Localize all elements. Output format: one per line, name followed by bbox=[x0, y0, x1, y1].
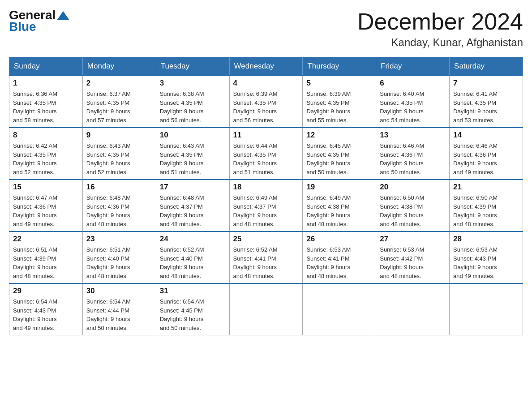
calendar-cell: 21Sunrise: 6:50 AMSunset: 4:39 PMDayligh… bbox=[450, 180, 523, 231]
day-info: Sunrise: 6:50 AMSunset: 4:38 PMDaylight:… bbox=[380, 193, 446, 228]
day-info: Sunrise: 6:53 AMSunset: 4:42 PMDaylight:… bbox=[380, 245, 446, 280]
day-number: 1 bbox=[13, 79, 79, 88]
day-number: 10 bbox=[160, 131, 226, 140]
calendar-cell: 2Sunrise: 6:37 AMSunset: 4:35 PMDaylight… bbox=[82, 76, 156, 128]
week-row-1: 1Sunrise: 6:36 AMSunset: 4:35 PMDaylight… bbox=[9, 76, 523, 128]
day-number: 23 bbox=[86, 235, 152, 244]
calendar-cell: 7Sunrise: 6:41 AMSunset: 4:35 PMDaylight… bbox=[450, 76, 523, 128]
day-number: 22 bbox=[13, 235, 79, 244]
day-info: Sunrise: 6:42 AMSunset: 4:35 PMDaylight:… bbox=[13, 141, 79, 176]
logo-blue-text: Blue bbox=[9, 21, 36, 33]
week-row-2: 8Sunrise: 6:42 AMSunset: 4:35 PMDaylight… bbox=[9, 128, 523, 180]
calendar-cell: 27Sunrise: 6:53 AMSunset: 4:42 PMDayligh… bbox=[376, 231, 450, 283]
day-number: 13 bbox=[380, 131, 446, 140]
calendar-cell: 10Sunrise: 6:43 AMSunset: 4:35 PMDayligh… bbox=[156, 128, 229, 180]
day-info: Sunrise: 6:41 AMSunset: 4:35 PMDaylight:… bbox=[453, 90, 519, 124]
calendar-cell bbox=[376, 283, 450, 335]
weekday-header-wednesday: Wednesday bbox=[229, 57, 303, 76]
calendar-cell bbox=[229, 283, 303, 335]
day-number: 3 bbox=[160, 79, 226, 88]
day-info: Sunrise: 6:40 AMSunset: 4:35 PMDaylight:… bbox=[380, 90, 446, 124]
day-number: 11 bbox=[233, 131, 299, 140]
day-number: 14 bbox=[453, 131, 519, 140]
day-number: 17 bbox=[160, 183, 226, 192]
day-number: 27 bbox=[380, 235, 446, 244]
day-number: 15 bbox=[13, 183, 79, 192]
calendar-cell: 31Sunrise: 6:54 AMSunset: 4:45 PMDayligh… bbox=[156, 283, 229, 335]
weekday-header-monday: Monday bbox=[82, 57, 156, 76]
day-info: Sunrise: 6:52 AMSunset: 4:41 PMDaylight:… bbox=[233, 245, 299, 280]
calendar-cell: 15Sunrise: 6:47 AMSunset: 4:36 PMDayligh… bbox=[9, 180, 83, 231]
calendar-cell bbox=[303, 283, 376, 335]
day-info: Sunrise: 6:39 AMSunset: 4:35 PMDaylight:… bbox=[306, 90, 372, 124]
page-header: General Blue December 2024 Kanday, Kunar… bbox=[9, 9, 523, 49]
calendar-cell: 17Sunrise: 6:48 AMSunset: 4:37 PMDayligh… bbox=[156, 180, 229, 231]
day-number: 2 bbox=[86, 79, 152, 88]
calendar-cell: 4Sunrise: 6:39 AMSunset: 4:35 PMDaylight… bbox=[229, 76, 303, 128]
day-info: Sunrise: 6:44 AMSunset: 4:35 PMDaylight:… bbox=[233, 141, 299, 176]
day-info: Sunrise: 6:48 AMSunset: 4:36 PMDaylight:… bbox=[86, 193, 152, 228]
day-number: 21 bbox=[453, 183, 519, 192]
day-info: Sunrise: 6:46 AMSunset: 4:36 PMDaylight:… bbox=[380, 141, 446, 176]
location-title: Kanday, Kunar, Afghanistan bbox=[357, 36, 523, 49]
calendar-cell: 23Sunrise: 6:51 AMSunset: 4:40 PMDayligh… bbox=[82, 231, 156, 283]
calendar-cell: 9Sunrise: 6:43 AMSunset: 4:35 PMDaylight… bbox=[82, 128, 156, 180]
calendar-cell: 6Sunrise: 6:40 AMSunset: 4:35 PMDaylight… bbox=[376, 76, 450, 128]
calendar-cell: 12Sunrise: 6:45 AMSunset: 4:35 PMDayligh… bbox=[303, 128, 376, 180]
calendar-cell: 30Sunrise: 6:54 AMSunset: 4:44 PMDayligh… bbox=[82, 283, 156, 335]
day-info: Sunrise: 6:47 AMSunset: 4:36 PMDaylight:… bbox=[13, 193, 79, 228]
day-info: Sunrise: 6:54 AMSunset: 4:45 PMDaylight:… bbox=[160, 297, 226, 332]
day-info: Sunrise: 6:45 AMSunset: 4:35 PMDaylight:… bbox=[306, 141, 372, 176]
day-info: Sunrise: 6:53 AMSunset: 4:41 PMDaylight:… bbox=[306, 245, 372, 280]
weekday-header-sunday: Sunday bbox=[9, 57, 83, 76]
day-number: 30 bbox=[86, 287, 152, 295]
day-info: Sunrise: 6:54 AMSunset: 4:43 PMDaylight:… bbox=[13, 297, 79, 332]
day-number: 28 bbox=[453, 235, 519, 244]
calendar-cell: 20Sunrise: 6:50 AMSunset: 4:38 PMDayligh… bbox=[376, 180, 450, 231]
day-info: Sunrise: 6:48 AMSunset: 4:37 PMDaylight:… bbox=[160, 193, 226, 228]
calendar-cell: 26Sunrise: 6:53 AMSunset: 4:41 PMDayligh… bbox=[303, 231, 376, 283]
calendar-cell: 16Sunrise: 6:48 AMSunset: 4:36 PMDayligh… bbox=[82, 180, 156, 231]
day-number: 5 bbox=[306, 79, 372, 88]
day-info: Sunrise: 6:43 AMSunset: 4:35 PMDaylight:… bbox=[86, 141, 152, 176]
day-number: 16 bbox=[86, 183, 152, 192]
day-number: 7 bbox=[453, 79, 519, 88]
weekday-header-tuesday: Tuesday bbox=[156, 57, 229, 76]
calendar-cell: 24Sunrise: 6:52 AMSunset: 4:40 PMDayligh… bbox=[156, 231, 229, 283]
title-section: December 2024 Kanday, Kunar, Afghanistan bbox=[357, 9, 523, 49]
day-info: Sunrise: 6:46 AMSunset: 4:36 PMDaylight:… bbox=[453, 141, 519, 176]
day-number: 20 bbox=[380, 183, 446, 192]
calendar-cell: 5Sunrise: 6:39 AMSunset: 4:35 PMDaylight… bbox=[303, 76, 376, 128]
day-info: Sunrise: 6:49 AMSunset: 4:38 PMDaylight:… bbox=[306, 193, 372, 228]
calendar-cell: 29Sunrise: 6:54 AMSunset: 4:43 PMDayligh… bbox=[9, 283, 83, 335]
day-info: Sunrise: 6:54 AMSunset: 4:44 PMDaylight:… bbox=[86, 297, 152, 332]
calendar-cell: 25Sunrise: 6:52 AMSunset: 4:41 PMDayligh… bbox=[229, 231, 303, 283]
calendar-cell: 19Sunrise: 6:49 AMSunset: 4:38 PMDayligh… bbox=[303, 180, 376, 231]
calendar-cell: 28Sunrise: 6:53 AMSunset: 4:43 PMDayligh… bbox=[450, 231, 523, 283]
day-info: Sunrise: 6:51 AMSunset: 4:39 PMDaylight:… bbox=[13, 245, 79, 280]
calendar-cell bbox=[450, 283, 523, 335]
calendar-cell: 22Sunrise: 6:51 AMSunset: 4:39 PMDayligh… bbox=[9, 231, 83, 283]
day-number: 31 bbox=[160, 287, 226, 295]
day-number: 29 bbox=[13, 287, 79, 295]
day-info: Sunrise: 6:53 AMSunset: 4:43 PMDaylight:… bbox=[453, 245, 519, 280]
calendar-table: SundayMondayTuesdayWednesdayThursdayFrid… bbox=[9, 57, 523, 335]
weekday-header-thursday: Thursday bbox=[303, 57, 376, 76]
calendar-cell: 13Sunrise: 6:46 AMSunset: 4:36 PMDayligh… bbox=[376, 128, 450, 180]
weekday-header-saturday: Saturday bbox=[450, 57, 523, 76]
day-info: Sunrise: 6:36 AMSunset: 4:35 PMDaylight:… bbox=[13, 90, 79, 124]
day-number: 6 bbox=[380, 79, 446, 88]
week-row-4: 22Sunrise: 6:51 AMSunset: 4:39 PMDayligh… bbox=[9, 231, 523, 283]
day-number: 9 bbox=[86, 131, 152, 140]
day-info: Sunrise: 6:38 AMSunset: 4:35 PMDaylight:… bbox=[160, 90, 226, 124]
calendar-cell: 3Sunrise: 6:38 AMSunset: 4:35 PMDaylight… bbox=[156, 76, 229, 128]
day-number: 4 bbox=[233, 79, 299, 88]
calendar-cell: 1Sunrise: 6:36 AMSunset: 4:35 PMDaylight… bbox=[9, 76, 83, 128]
day-info: Sunrise: 6:43 AMSunset: 4:35 PMDaylight:… bbox=[160, 141, 226, 176]
day-number: 24 bbox=[160, 235, 226, 244]
calendar-cell: 8Sunrise: 6:42 AMSunset: 4:35 PMDaylight… bbox=[9, 128, 83, 180]
week-row-5: 29Sunrise: 6:54 AMSunset: 4:43 PMDayligh… bbox=[9, 283, 523, 335]
day-info: Sunrise: 6:50 AMSunset: 4:39 PMDaylight:… bbox=[453, 193, 519, 228]
day-info: Sunrise: 6:51 AMSunset: 4:40 PMDaylight:… bbox=[86, 245, 152, 280]
logo: General Blue bbox=[9, 9, 69, 33]
